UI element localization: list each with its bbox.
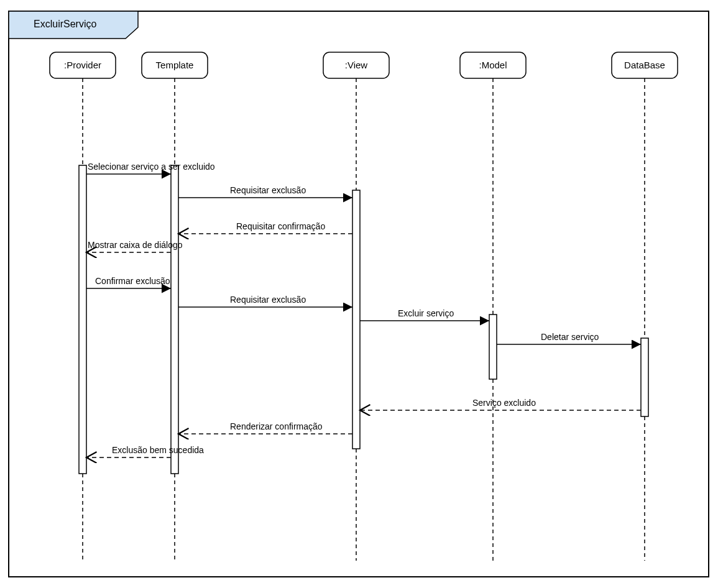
lifeline-model-label: :Model (479, 60, 507, 70)
msg-m10-label: Renderizar confirmação (230, 421, 323, 431)
msg-m7-label: Excluir serviço (398, 308, 454, 318)
msg-m11-label: Exclusão bem sucedida (112, 445, 204, 455)
msg-m2-label: Requisitar exclusão (230, 185, 306, 195)
msg-m3-label: Requisitar confirmação (236, 221, 325, 231)
msg-m6-label: Requisitar exclusão (230, 295, 306, 305)
lifeline-view-label: :View (345, 60, 368, 70)
activation-model (489, 315, 497, 379)
activation-provider (79, 165, 86, 474)
activation-template (171, 165, 178, 474)
msg-m9-label: Serviço excluido (472, 398, 536, 408)
msg-m4-label: Mostrar caixa de diálogo (88, 240, 183, 250)
sequence-diagram: ExcluirServiço :Provider Template :View … (0, 0, 718, 588)
frame-title: ExcluirServiço (34, 19, 96, 29)
lifeline-provider-label: :Provider (64, 60, 101, 70)
lifeline-database-label: DataBase (624, 60, 665, 70)
activation-view (352, 190, 360, 449)
msg-m5-label: Confirmar exclusão (95, 276, 170, 286)
activation-database (641, 338, 648, 416)
lifeline-template-label: Template (156, 60, 194, 70)
msg-m8-label: Deletar serviço (541, 332, 599, 342)
msg-m1-label: Selecionar serviço a ser excluido (88, 162, 215, 172)
